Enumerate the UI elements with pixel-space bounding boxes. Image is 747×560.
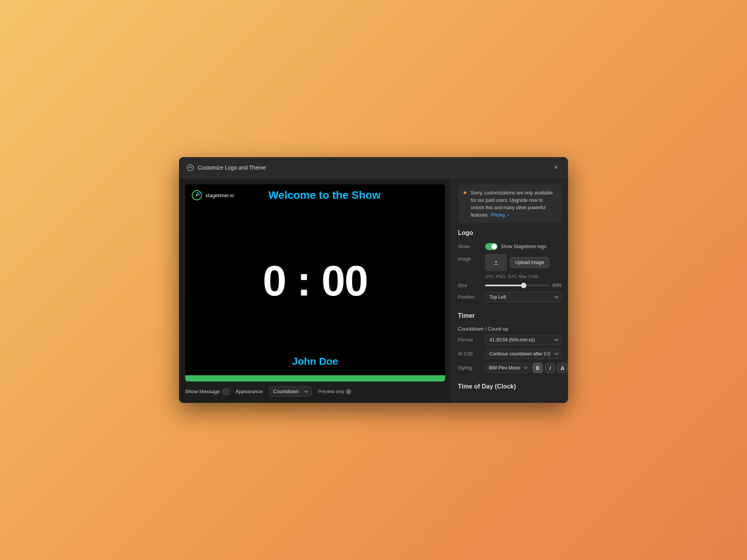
size-slider-thumb xyxy=(521,283,526,288)
logo-section-title: Logo xyxy=(458,229,562,236)
appearance-label: Appearance xyxy=(235,388,263,394)
palette-icon xyxy=(187,164,194,171)
timer-section-title: Timer xyxy=(458,312,562,319)
position-row: Position Top Left Top Center Top Right B… xyxy=(458,292,562,302)
at-zero-select[interactable]: Continue countdown after 0:00 Stop at 0:… xyxy=(485,349,562,359)
time-of-day-section: Time of Day (Clock) xyxy=(458,383,562,397)
preview-headline: Welcome to the Show xyxy=(260,189,388,201)
format-row: Format 41:30:59 (hhh:mm:ss) 1:30:59 (h:m… xyxy=(458,335,562,345)
size-slider-track[interactable] xyxy=(485,285,549,286)
svg-point-1 xyxy=(189,167,190,168)
appearance-select[interactable]: Countdown Count Up Time of Day xyxy=(269,386,312,397)
image-format-info: JPG, PNG, SVG, Max 3 MB xyxy=(485,274,562,279)
external-link-icon: ↗ xyxy=(506,213,509,217)
preview-progress-bar xyxy=(185,375,445,382)
at-zero-row: At 0:00 Continue countdown after 0:00 St… xyxy=(458,349,562,359)
position-label: Position xyxy=(458,294,485,300)
preview-top-bar: stagetimer.io Welcome to the Show xyxy=(185,184,445,206)
show-logo-toggle[interactable] xyxy=(485,243,498,250)
upgrade-notice: ★ Sorry, customizations are only availab… xyxy=(458,184,562,223)
preview-screen: stagetimer.io Welcome to the Show 0 : 00… xyxy=(185,184,445,382)
font-select[interactable]: IBM Plex Mono Arial Roboto Courier New xyxy=(485,363,530,373)
logo-section: Logo Show Show Stagetimer logo Image xyxy=(458,229,562,306)
show-row: Show Show Stagetimer logo xyxy=(458,243,562,250)
format-select[interactable]: 41:30:59 (hhh:mm:ss) 1:30:59 (h:mm:ss) 3… xyxy=(485,335,562,345)
preview-name: John Doe xyxy=(292,355,338,375)
time-of-day-title: Time of Day (Clock) xyxy=(458,383,562,390)
modal-body: stagetimer.io Welcome to the Show 0 : 00… xyxy=(179,178,568,403)
stagetimer-logo-icon xyxy=(191,190,202,201)
preview-controls: Show Message Appearance Countdown Count … xyxy=(185,386,445,397)
image-upload-box xyxy=(485,254,507,271)
show-label: Show xyxy=(458,244,485,249)
upload-image-button[interactable]: Upload Image xyxy=(510,257,549,268)
info-icon: i xyxy=(346,389,351,394)
modal-header-left: Customize Logo and Theme xyxy=(187,164,266,171)
logo-text: stagetimer.io xyxy=(205,192,234,198)
preview-only-badge: Preview only i xyxy=(318,389,351,394)
modal-header: Customize Logo and Theme × xyxy=(179,157,568,178)
countdown-subsection-title: Countdown / Count up xyxy=(458,326,562,332)
modal-title: Customize Logo and Theme xyxy=(198,164,266,171)
format-label: Format xyxy=(458,337,485,343)
svg-point-5 xyxy=(196,194,198,196)
settings-panel: ★ Sorry, customizations are only availab… xyxy=(451,178,568,403)
position-select[interactable]: Top Left Top Center Top Right Bottom Lef… xyxy=(485,292,562,302)
at-zero-label: At 0:00 xyxy=(458,351,485,357)
image-row: Image Upload Image JPG, PNG, SVG, M xyxy=(458,254,562,279)
size-label: Size xyxy=(458,283,485,288)
close-button[interactable]: × xyxy=(551,163,560,172)
show-logo-label: Show Stagetimer logo xyxy=(501,244,546,249)
upgrade-text: Sorry, customizations are only available… xyxy=(471,190,553,218)
size-slider-fill xyxy=(485,285,524,286)
bold-button[interactable]: B xyxy=(533,363,543,373)
styling-row: Styling IBM Plex Mono Arial Roboto Couri… xyxy=(458,363,562,373)
svg-point-0 xyxy=(187,164,193,171)
show-message-checkbox[interactable] xyxy=(223,388,229,395)
pricing-link[interactable]: Pricing ↗ xyxy=(491,212,509,218)
timer-section: Timer Countdown / Count up Format 41:30:… xyxy=(458,312,562,377)
svg-point-2 xyxy=(191,167,192,168)
italic-button[interactable]: I xyxy=(545,363,555,373)
size-row: Size 60% xyxy=(458,283,562,288)
image-label: Image xyxy=(458,254,485,262)
preview-panel: stagetimer.io Welcome to the Show 0 : 00… xyxy=(179,178,451,403)
styling-label: Styling xyxy=(458,365,485,371)
show-message-label: Show Message xyxy=(185,388,229,395)
size-value: 60% xyxy=(552,283,562,288)
svg-point-3 xyxy=(190,166,191,167)
text-large-button[interactable]: A xyxy=(558,363,568,373)
star-icon: ★ xyxy=(463,189,468,196)
preview-timer: 0 : 00 xyxy=(263,206,367,355)
customize-modal: Customize Logo and Theme × stagetimer.io xyxy=(179,157,568,403)
cloud-upload-icon xyxy=(492,259,500,266)
